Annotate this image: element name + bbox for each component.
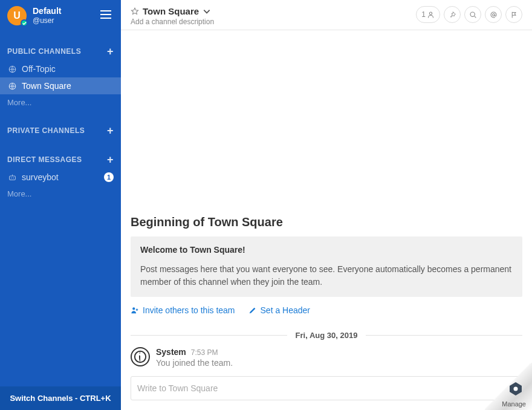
team-name: Default bbox=[33, 6, 98, 16]
svg-point-4 bbox=[13, 177, 14, 178]
channel-title-block: Town Square Add a channel description bbox=[131, 6, 214, 26]
direct-messages-title: DIRECT MESSAGES bbox=[7, 155, 82, 164]
svg-point-8 bbox=[132, 307, 135, 310]
unread-badge: 1 bbox=[104, 172, 114, 182]
sidebar: U Default @user PUBLIC CHANNELS + Off-To… bbox=[0, 0, 121, 410]
svg-rect-2 bbox=[9, 176, 15, 180]
dm-label: surveybot bbox=[22, 172, 59, 182]
pin-icon bbox=[449, 11, 456, 19]
manage-label: Manage bbox=[502, 400, 526, 408]
pencil-icon bbox=[248, 306, 257, 314]
welcome-title: Welcome to Town Square! bbox=[140, 245, 513, 255]
sidebar-dm-surveybot[interactable]: surveybot 1 bbox=[0, 169, 121, 186]
private-channels-header: PRIVATE CHANNELS + bbox=[0, 122, 121, 140]
intro-action-links: Invite others to this team Set a Header bbox=[131, 305, 522, 315]
post-user: System bbox=[156, 347, 186, 357]
post-header: System 7:53 PM bbox=[156, 347, 233, 357]
search-button[interactable] bbox=[464, 6, 481, 23]
person-icon bbox=[427, 11, 435, 19]
globe-icon bbox=[7, 65, 17, 73]
add-private-channel-button[interactable]: + bbox=[107, 126, 114, 135]
channel-content: Beginning of Town Square Welcome to Town… bbox=[121, 30, 532, 376]
channel-name: Town Square bbox=[143, 6, 199, 16]
channel-title-button[interactable]: Town Square bbox=[131, 6, 214, 16]
invite-others-link[interactable]: Invite others to this team bbox=[131, 305, 235, 315]
search-icon bbox=[469, 11, 477, 19]
direct-more-link[interactable]: More... bbox=[0, 186, 121, 202]
hex-icon bbox=[508, 381, 524, 397]
set-header-link[interactable]: Set a Header bbox=[248, 305, 311, 315]
chevron-down-icon bbox=[203, 7, 211, 16]
team-info: Default @user bbox=[33, 6, 98, 25]
globe-icon bbox=[7, 82, 17, 90]
pinned-button[interactable] bbox=[444, 6, 461, 23]
svg-point-12 bbox=[514, 387, 518, 391]
members-button[interactable]: 1 bbox=[416, 6, 440, 23]
channel-description-placeholder[interactable]: Add a channel description bbox=[131, 18, 214, 26]
team-header[interactable]: U Default @user bbox=[0, 0, 121, 31]
sidebar-channel-town-square[interactable]: Town Square bbox=[0, 77, 121, 94]
team-initial: U bbox=[13, 10, 21, 21]
post-rest: joined the team. bbox=[173, 358, 233, 368]
sidebar-channel-off-topic[interactable]: Off-Topic bbox=[0, 60, 121, 77]
welcome-box: Welcome to Town Square! Post messages he… bbox=[131, 236, 522, 297]
date-divider: Fri, Aug 30, 2019 bbox=[131, 331, 522, 340]
at-icon bbox=[490, 11, 498, 19]
svg-point-7 bbox=[492, 13, 495, 16]
invite-label: Invite others to this team bbox=[143, 305, 235, 315]
main-area: Town Square Add a channel description 1 bbox=[121, 0, 532, 410]
manage-corner-button[interactable]: Manage bbox=[485, 363, 532, 410]
channel-beginning-heading: Beginning of Town Square bbox=[131, 215, 522, 229]
status-online-icon bbox=[21, 19, 28, 27]
svg-point-6 bbox=[470, 12, 475, 16]
date-label: Fri, Aug 30, 2019 bbox=[287, 331, 366, 340]
compose-box[interactable] bbox=[131, 376, 522, 400]
post-body: System 7:53 PM You joined the team. bbox=[156, 347, 233, 368]
invite-icon bbox=[131, 306, 139, 314]
bot-icon bbox=[7, 174, 17, 181]
team-avatar: U bbox=[7, 6, 27, 25]
star-icon bbox=[131, 7, 139, 16]
main-menu-button[interactable] bbox=[98, 8, 114, 24]
mentions-button[interactable] bbox=[485, 6, 502, 23]
flag-icon bbox=[510, 11, 518, 19]
add-direct-message-button[interactable]: + bbox=[107, 155, 114, 164]
add-public-channel-button[interactable]: + bbox=[107, 47, 114, 56]
system-avatar-icon bbox=[131, 347, 150, 366]
channel-top-bar: Town Square Add a channel description 1 bbox=[121, 0, 532, 30]
channel-label: Town Square bbox=[22, 81, 71, 91]
direct-messages-header: DIRECT MESSAGES + bbox=[0, 151, 121, 169]
system-post: System 7:53 PM You joined the team. bbox=[131, 347, 522, 368]
post-message: You joined the team. bbox=[156, 358, 233, 368]
svg-point-3 bbox=[11, 177, 12, 178]
top-bar-actions: 1 bbox=[416, 6, 522, 23]
post-prefix: You bbox=[156, 358, 173, 368]
svg-point-10 bbox=[139, 353, 141, 356]
welcome-text: Post messages here that you want everyon… bbox=[140, 263, 513, 288]
public-more-link[interactable]: More... bbox=[0, 94, 121, 111]
private-channels-title: PRIVATE CHANNELS bbox=[7, 126, 85, 135]
switch-channels-button[interactable]: Switch Channels - CTRL+K bbox=[0, 386, 121, 410]
post-time: 7:53 PM bbox=[191, 348, 218, 357]
public-channels-title: PUBLIC CHANNELS bbox=[7, 47, 81, 56]
svg-point-5 bbox=[429, 11, 432, 14]
compose-input[interactable] bbox=[137, 383, 516, 393]
set-header-label: Set a Header bbox=[261, 305, 311, 315]
member-count: 1 bbox=[421, 10, 426, 19]
flagged-button[interactable] bbox=[505, 6, 522, 23]
public-channels-header: PUBLIC CHANNELS + bbox=[0, 42, 121, 60]
channel-label: Off-Topic bbox=[22, 64, 56, 74]
user-handle: @user bbox=[33, 16, 98, 25]
